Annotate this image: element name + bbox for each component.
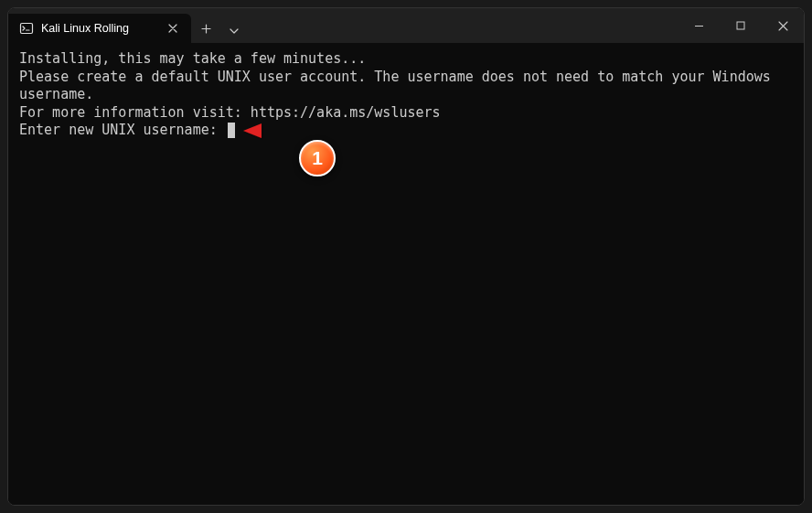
tab-dropdown-button[interactable]	[220, 16, 248, 46]
close-window-button[interactable]	[762, 8, 804, 43]
badge-number: 1	[312, 145, 323, 170]
new-tab-button[interactable]	[191, 14, 220, 43]
tab-title: Kali Linux Rolling	[41, 22, 156, 35]
terminal-line: For more information visit: https://aka.…	[19, 104, 793, 123]
cursor	[228, 123, 235, 138]
window-controls	[678, 8, 804, 43]
titlebar-left: Kali Linux Rolling	[8, 8, 248, 43]
terminal-prompt: Enter new UNIX username:	[19, 122, 793, 140]
svg-rect-0	[21, 24, 33, 34]
terminal-window: Kali Linux Rolling	[7, 7, 805, 506]
tab-kali-linux[interactable]: Kali Linux Rolling	[8, 14, 191, 43]
prompt-text: Enter new UNIX username:	[19, 122, 226, 138]
minimize-button[interactable]	[678, 8, 720, 43]
svg-rect-3	[737, 22, 744, 29]
terminal-content[interactable]: Installing, this may take a few minutes.…	[8, 43, 804, 505]
kali-icon	[19, 21, 34, 36]
terminal-line: Please create a default UNIX user accoun…	[19, 69, 793, 104]
annotation-badge: 1	[299, 140, 336, 176]
maximize-button[interactable]	[720, 8, 762, 43]
close-tab-button[interactable]	[164, 19, 182, 37]
new-tab-area	[191, 14, 248, 43]
titlebar: Kali Linux Rolling	[8, 8, 804, 43]
terminal-line: Installing, this may take a few minutes.…	[19, 50, 793, 69]
